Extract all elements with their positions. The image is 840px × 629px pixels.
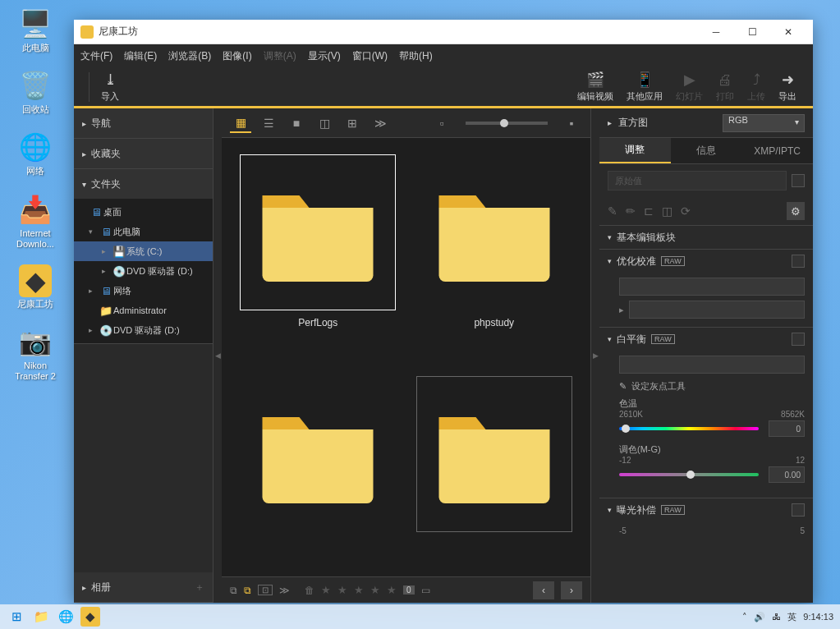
- tree-drive-c[interactable]: ▸💾系统 (C:): [74, 241, 213, 261]
- menu-image[interactable]: 图像(I): [223, 49, 251, 63]
- straighten-icon[interactable]: ⊏: [644, 204, 654, 218]
- menu-help[interactable]: 帮助(H): [399, 49, 433, 63]
- star-icon[interactable]: ★: [370, 584, 380, 596]
- menu-edit[interactable]: 编辑(E): [124, 49, 157, 63]
- tree-dvd-d2[interactable]: ▸💿DVD 驱动器 (D:): [74, 320, 213, 340]
- start-button[interactable]: ⊞: [7, 607, 26, 627]
- tint-value-input[interactable]: [769, 466, 805, 483]
- compare-view-button[interactable]: ◫: [314, 113, 335, 133]
- folder-perflogs[interactable]: PerfLogs: [238, 154, 398, 343]
- tree-desktop[interactable]: 🖥桌面: [74, 202, 213, 222]
- tab-adjust[interactable]: 调整: [599, 138, 671, 163]
- expand-icon[interactable]: ▸: [102, 247, 112, 255]
- expand-icon[interactable]: ▾: [89, 227, 99, 236]
- import-button[interactable]: ⤓导入: [94, 69, 126, 104]
- label-icon[interactable]: ▭: [421, 585, 430, 596]
- temp-slider[interactable]: [619, 427, 759, 430]
- wb-checkbox[interactable]: [792, 333, 805, 346]
- zoom-out-button[interactable]: ▫: [431, 113, 452, 133]
- tab-info[interactable]: 信息: [671, 138, 742, 163]
- single-view-button[interactable]: ■: [286, 113, 307, 133]
- next-button[interactable]: ›: [561, 581, 582, 599]
- volume-icon[interactable]: 🔊: [754, 612, 765, 622]
- tree-network[interactable]: ▸🖥网络: [74, 281, 213, 301]
- original-value-select[interactable]: 原始值: [608, 171, 787, 191]
- tab-xmp[interactable]: XMP/IPTC: [741, 138, 813, 163]
- tree-this-pc[interactable]: ▾🖥此电脑: [74, 222, 213, 241]
- add-icon[interactable]: ＋: [195, 581, 204, 595]
- favorites-header[interactable]: ▸收藏夹: [74, 139, 213, 168]
- left-splitter[interactable]: ◀: [213, 108, 222, 603]
- multi-view-button[interactable]: ⊞: [342, 113, 363, 133]
- expand-icon[interactable]: ▸: [89, 326, 99, 334]
- rotate-icon[interactable]: ⟳: [681, 204, 691, 218]
- folder-phpstudy[interactable]: phpstudy: [415, 154, 575, 343]
- tint-slider[interactable]: [619, 473, 759, 476]
- desktop-icon-this-pc[interactable]: 🖥️此电脑: [7, 7, 64, 53]
- colorspace-select[interactable]: RGB: [723, 114, 805, 132]
- more-button[interactable]: ≫: [279, 585, 290, 596]
- tree-administrator[interactable]: 📁Administrator: [74, 301, 213, 320]
- right-splitter[interactable]: ▶: [591, 108, 599, 603]
- desktop-icon-network[interactable]: 🌐网络: [7, 130, 64, 177]
- histogram-header[interactable]: ▸ 直方图 RGB: [599, 108, 813, 138]
- opt-cal-select[interactable]: [619, 278, 805, 296]
- stack-icon[interactable]: ⧉: [230, 585, 237, 596]
- play-icon[interactable]: ▸: [619, 305, 624, 315]
- tree-dvd-d[interactable]: ▸💿DVD 驱动器 (D:): [74, 261, 213, 281]
- print-button[interactable]: 🖨打印: [709, 70, 741, 104]
- slider-handle[interactable]: [686, 471, 695, 479]
- nav-header[interactable]: ▸导航: [74, 108, 213, 138]
- star-icon[interactable]: ★: [321, 584, 331, 596]
- clock[interactable]: 9:14:13: [803, 612, 833, 622]
- opt-cal-header[interactable]: ▾ 优化校准 RAW: [599, 250, 813, 273]
- grid-view-button[interactable]: ▦: [230, 113, 251, 133]
- expand-icon[interactable]: ▸: [89, 287, 99, 295]
- desktop-icon-nikon-studio[interactable]: ◆尼康工坊: [7, 264, 64, 310]
- menu-file[interactable]: 文件(F): [80, 49, 112, 63]
- other-apps-button[interactable]: 📱其他应用: [620, 69, 669, 104]
- slider-handle[interactable]: [622, 425, 630, 433]
- exposure-header[interactable]: ▾ 曝光补偿 RAW: [599, 498, 813, 521]
- ime-indicator[interactable]: 英: [787, 611, 796, 623]
- opt-cal-checkbox[interactable]: [792, 255, 805, 268]
- menu-browser[interactable]: 浏览器(B): [168, 49, 211, 63]
- export-button[interactable]: ➜导出: [772, 69, 803, 104]
- desktop-icon-recycle[interactable]: 🗑️回收站: [7, 68, 64, 115]
- more-views-button[interactable]: ≫: [370, 113, 391, 133]
- star-icon[interactable]: ★: [354, 584, 364, 596]
- preset-checkbox[interactable]: [792, 174, 805, 187]
- star-icon[interactable]: ★: [337, 584, 347, 596]
- slider-handle[interactable]: [500, 119, 508, 127]
- wb-header[interactable]: ▾ 白平衡 RAW: [599, 328, 813, 351]
- nikon-taskbar-icon[interactable]: ◆: [80, 607, 100, 627]
- edit-video-button[interactable]: 🎬编辑视频: [571, 69, 620, 104]
- wb-select[interactable]: [619, 356, 805, 374]
- folders-header[interactable]: ▾文件夹: [74, 169, 213, 199]
- expand-icon[interactable]: ▸: [102, 267, 112, 275]
- aspect-button[interactable]: ⊡: [258, 585, 273, 595]
- gray-point-row[interactable]: ✎设定灰点工具: [619, 380, 805, 393]
- basic-edit-header[interactable]: ▾ 基本编辑板块: [599, 226, 813, 249]
- upload-button[interactable]: ⤴上传: [741, 70, 772, 104]
- titlebar[interactable]: 尼康工坊 ─ ☐ ✕: [74, 20, 813, 44]
- brush-icon[interactable]: ✏: [626, 204, 636, 218]
- star-icon[interactable]: ★: [387, 584, 397, 596]
- explorer-icon[interactable]: 📁: [31, 607, 51, 627]
- tray-chevron-icon[interactable]: ˄: [742, 612, 747, 622]
- menu-view[interactable]: 显示(V): [308, 49, 341, 63]
- crop-icon[interactable]: ✎: [608, 204, 617, 218]
- zoom-slider[interactable]: [466, 122, 548, 125]
- perspective-icon[interactable]: ◫: [662, 204, 672, 218]
- menu-window[interactable]: 窗口(W): [352, 49, 388, 63]
- desktop-icon-idm[interactable]: 📥Internet Downlo...: [7, 192, 64, 250]
- prev-button[interactable]: ‹: [533, 581, 554, 599]
- close-button[interactable]: ✕: [770, 20, 806, 44]
- temp-value-input[interactable]: [769, 420, 805, 437]
- settings-button[interactable]: ⚙: [787, 202, 805, 220]
- desktop-icon-nikon-transfer[interactable]: 📷Nikon Transfer 2: [7, 324, 64, 382]
- trash-icon[interactable]: 🗑: [305, 585, 314, 596]
- list-view-button[interactable]: ☰: [258, 113, 279, 133]
- albums-header[interactable]: ▸相册＋: [74, 572, 213, 602]
- minimize-button[interactable]: ─: [698, 20, 734, 44]
